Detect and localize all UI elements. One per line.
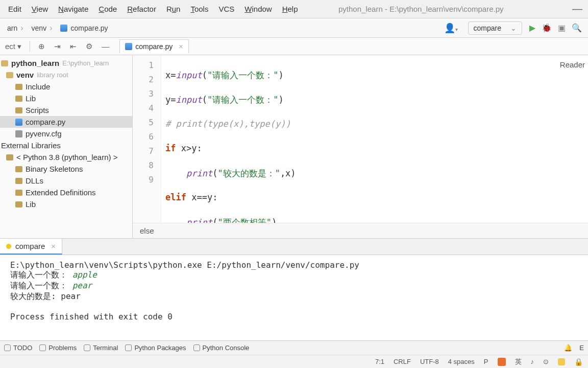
code-breadcrumb[interactable]: else [133,223,588,238]
tree-scripts[interactable]: Scripts [0,104,132,116]
tree-label: DLLs [26,176,43,185]
ime-indicator[interactable] [498,358,506,366]
python-interpreter[interactable]: P [484,358,488,365]
tree-label: Binary Skeletons [26,165,83,173]
minimize-button[interactable]: — [570,3,585,15]
tree-label: venv [16,71,34,79]
menu-window[interactable]: Window [239,2,277,16]
todo-tool[interactable]: TODO [4,344,32,352]
line-number: 5 [133,116,161,130]
tree-dlls[interactable]: DLLs [0,175,132,187]
packages-icon [125,344,132,351]
folder-icon [15,178,22,184]
line-number: 8 [133,158,161,173]
run-button[interactable]: ▶ [526,21,538,35]
indent-setting[interactable]: 4 spaces [448,358,475,365]
project-dropdown[interactable]: ect ▾ [2,40,24,53]
folder-icon [15,201,22,208]
python-packages-tool[interactable]: Python Packages [125,344,186,352]
tree-label: compare.py [26,118,65,126]
folder-icon [1,60,8,66]
line-number: 3 [133,87,161,101]
tree-label: Include [26,82,50,91]
tree-binary-skeletons[interactable]: Binary Skeletons [0,163,132,175]
folder-icon [15,107,22,113]
event-label[interactable]: E [579,344,584,352]
editor-tab-label: compare.py [135,42,173,51]
close-icon[interactable]: × [51,242,56,250]
run-config-label: compare [474,24,501,32]
breadcrumb-folder[interactable]: venv› [28,22,57,34]
line-number: 2 [133,73,161,87]
menu-edit[interactable]: Edit [3,2,27,16]
todo-icon [4,344,11,351]
breadcrumb-file[interactable]: compare.py [56,22,112,34]
editor-tab-compare[interactable]: compare.py × [119,39,188,53]
problems-tool[interactable]: Problems [39,344,77,352]
debug-button[interactable]: 🐞 [538,21,555,35]
tree-lib[interactable]: Lib [0,93,132,104]
cursor-position[interactable]: 7:1 [375,358,384,365]
tree-extended-definitions[interactable]: Extended Definitions [0,187,132,198]
run-with-coverage-button[interactable]: ▣ [555,21,569,35]
tree-note: library root [37,71,68,79]
pad-icon[interactable] [558,358,565,365]
file-encoding[interactable]: UTF-8 [420,358,439,365]
python-file-icon [60,25,67,32]
tree-label: Lib [26,94,36,103]
hide-button[interactable]: — [99,40,112,53]
expand-all-button[interactable]: ⇥ [51,40,64,53]
tree-lib2[interactable]: Lib [0,198,132,210]
navigation-bar: arn› venv› compare.py 👤▾ compare ⌄ ▶ 🐞 ▣… [0,18,588,38]
menu-view[interactable]: View [27,2,53,16]
tree-pyvenv-cfg[interactable]: pyvenv.cfg [0,128,132,140]
bottom-toolbar: TODO Problems Terminal Python Packages P… [0,340,588,355]
tree-compare-file[interactable]: compare.py [0,116,132,128]
main-area: python_learn E:\python_learn venv librar… [0,55,588,238]
console-output[interactable]: E:\python_learn\venv\Scripts\python.exe … [0,255,588,340]
python-file-icon [125,43,132,50]
line-number: 9 [133,173,161,187]
collapse-all-button[interactable]: ⇤ [67,40,80,53]
problems-icon [39,344,46,351]
tree-path: E:\python_learn [62,59,109,67]
search-everywhere-button[interactable]: 🔍 [569,21,585,35]
folder-icon [15,84,22,90]
line-number: 4 [133,101,161,116]
run-tab-compare[interactable]: compare × [0,239,62,255]
user-icon[interactable]: 👤▾ [441,20,461,36]
menu-navigate[interactable]: Navigate [53,2,93,16]
menu-run[interactable]: Run [161,2,186,16]
python-console-tool[interactable]: Python Console [193,344,250,352]
breadcrumb-project[interactable]: arn› [3,22,28,34]
code-area[interactable]: x=input("请输入一个数：") y=input("请输入一个数：") # … [161,55,588,223]
ime-lang[interactable]: 英 [515,357,522,366]
tree-python38[interactable]: < Python 3.8 (python_learn) > [0,151,132,163]
run-configuration-selector[interactable]: compare ⌄ [468,21,522,35]
tree-include[interactable]: Include [0,81,132,93]
tree-label: Lib [26,200,36,209]
folder-icon [15,190,22,196]
line-separator[interactable]: CRLF [394,358,411,365]
terminal-tool[interactable]: Terminal [84,344,118,352]
close-tab-icon[interactable]: × [179,42,183,51]
reader-mode-label[interactable]: Reader [560,60,585,69]
menu-refactor[interactable]: Refactor [122,2,161,16]
event-log-icon[interactable]: 🔔 [564,344,572,352]
menu-help[interactable]: Help [277,2,303,16]
run-tab-label: compare [15,242,45,250]
console-exit-line: Process finished with exit code 0 [10,312,578,321]
settings-icon[interactable]: ⚙ [83,40,95,53]
tree-external-libraries[interactable]: External Libraries [0,140,132,151]
tree-root[interactable]: python_learn E:\python_learn [0,57,132,69]
menu-vcs[interactable]: VCS [213,2,239,16]
notification-icon[interactable]: ♪ [531,358,534,365]
menu-tools[interactable]: Tools [185,2,213,16]
terminal-icon [84,344,90,351]
tree-venv[interactable]: venv library root [0,69,132,81]
select-opened-file-button[interactable]: ⊕ [35,40,48,53]
console-input: pear [72,281,92,290]
menu-code[interactable]: Code [93,2,122,16]
clock-icon[interactable]: ⊙ [543,358,549,365]
chevron-down-icon: ⌄ [510,24,517,32]
